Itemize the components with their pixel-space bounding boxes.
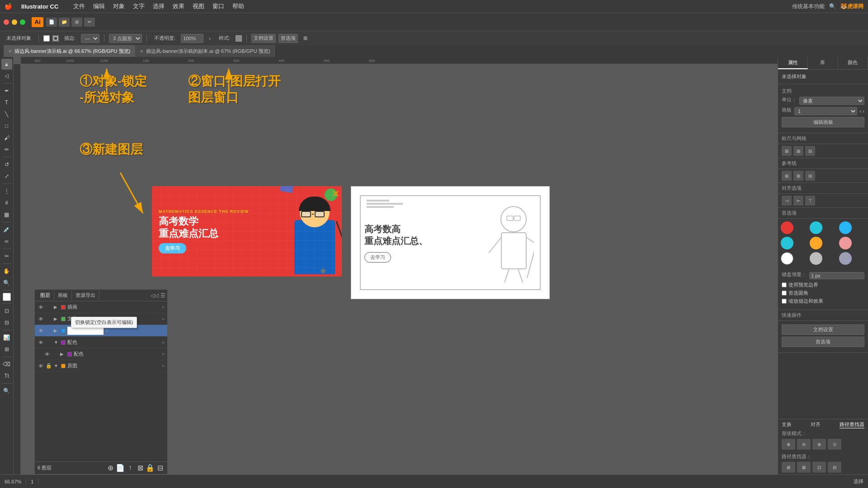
screen-mode[interactable]: ⊟ — [1, 317, 12, 328]
hand-tool[interactable]: ✋ — [1, 266, 12, 277]
color-gray[interactable] — [810, 252, 822, 265]
scale-tool[interactable]: ⤢ — [1, 171, 12, 182]
ref-icon-2[interactable]: ⊞ — [793, 171, 803, 181]
zoom-tool[interactable]: 🔍 — [1, 277, 12, 288]
ref-icon-1[interactable]: ⊞ — [782, 171, 792, 181]
preview-bounds-checkbox[interactable] — [782, 282, 787, 287]
layer-5-eye[interactable]: 👁 — [38, 363, 44, 369]
stroke-swatch[interactable] — [52, 35, 59, 42]
new-doc-icon[interactable]: 📄 — [46, 18, 57, 27]
close-button[interactable] — [4, 19, 9, 25]
pen-icon[interactable]: ✏ — [84, 18, 95, 27]
menu-effect[interactable]: 效果 — [169, 1, 188, 11]
keyboard-value-input[interactable] — [809, 272, 864, 279]
layer-5-lock[interactable]: 🔒 — [46, 363, 52, 369]
layer-0-arrow[interactable]: ▶ — [54, 305, 59, 310]
eraser-tool[interactable]: ⌫ — [1, 359, 12, 370]
rotate-tool[interactable]: ↺ — [1, 159, 12, 170]
color-red[interactable] — [781, 221, 793, 234]
layer-3-eye[interactable]: 👁 — [38, 340, 44, 345]
menu-select[interactable]: 选择 — [149, 1, 168, 11]
fill-swatch[interactable] — [43, 35, 50, 42]
round-corners-checkbox[interactable] — [782, 291, 787, 296]
tab-1-close[interactable]: ✕ — [140, 49, 143, 54]
quick-doc-settings-btn[interactable]: 文档设置 — [782, 324, 864, 335]
layer-add-btn[interactable]: ⊕ — [106, 464, 115, 472]
layer-delete-btn[interactable]: ⊟ — [156, 464, 165, 472]
ref-icon-3[interactable]: ⊟ — [805, 171, 815, 181]
layer-1-arrow[interactable]: ▶ — [54, 316, 59, 321]
paintbrush-tool[interactable]: 🖌 — [1, 132, 12, 143]
color-white[interactable] — [781, 252, 793, 265]
color-orange[interactable] — [810, 237, 822, 249]
pen-tool[interactable]: ✒ — [1, 85, 12, 96]
pathfinder-tab[interactable]: 路径查找器 — [840, 421, 864, 428]
minimize-button[interactable] — [12, 19, 17, 25]
select-tool[interactable]: ▲ — [1, 59, 12, 70]
scale-effects-checkbox[interactable] — [782, 299, 787, 304]
search-icon[interactable]: 🔍 — [829, 3, 836, 9]
divide-icon[interactable]: ⊞ — [782, 462, 795, 473]
maximize-button[interactable] — [20, 19, 25, 25]
banner-cta-button[interactable]: 去学习 — [159, 243, 186, 253]
color-lavender[interactable] — [839, 252, 852, 265]
layer-row-3[interactable]: 👁 ▼ 配色 ○ — [35, 337, 167, 348]
tab-0-close[interactable]: ✕ — [8, 49, 12, 54]
menu-edit[interactable]: 编辑 — [90, 1, 108, 11]
scissors-tool[interactable]: ✂ — [1, 251, 12, 262]
shape-tool[interactable]: □ — [1, 121, 12, 131]
layer-2-eye[interactable]: 👁 — [38, 328, 44, 333]
layer-3-arrow[interactable]: ▼ — [54, 340, 59, 345]
layer-merge-btn[interactable]: ⊠ — [136, 464, 145, 472]
more-icon[interactable]: ⊞ — [301, 34, 310, 42]
style-swatch[interactable] — [236, 35, 242, 42]
transform-tab[interactable]: 支换 — [782, 421, 792, 428]
layers-tab-artboards[interactable]: 画板 — [54, 291, 72, 300]
menu-window[interactable]: 窗口 — [209, 1, 228, 11]
panel-tab-library[interactable]: 库 — [808, 57, 838, 69]
merge-icon[interactable]: ⊡ — [812, 462, 826, 473]
trim-icon[interactable]: ⊠ — [797, 462, 811, 473]
eyedropper-tool[interactable]: 💉 — [1, 224, 12, 235]
browse-icon[interactable]: 📁 — [59, 18, 70, 27]
layout-icon[interactable]: ⊞ — [71, 18, 82, 27]
blend-tool[interactable]: ⋮ — [1, 186, 12, 197]
menu-object[interactable]: 对象 — [109, 1, 128, 11]
tab-0[interactable]: ✕ 插边风-banner演示稿.ai @ 66.67% (RGB/GPU 预览) — [4, 45, 135, 57]
touch-type-tool[interactable]: Tt — [1, 371, 12, 381]
layer-4-arrow[interactable]: ▶ — [60, 352, 66, 357]
layers-tab-layers[interactable]: 图层 — [37, 291, 54, 300]
app-name-menu[interactable]: Illustrator CC — [18, 2, 62, 11]
color-cyan[interactable] — [781, 237, 793, 249]
draw-mode[interactable]: ⊡ — [1, 305, 12, 316]
color-lightblue[interactable] — [839, 221, 852, 234]
panel-tab-properties[interactable]: 属性 — [778, 57, 808, 69]
opacity-input[interactable] — [181, 34, 203, 43]
layer-2-arrow[interactable]: ▶ — [54, 328, 59, 333]
layer-4-eye[interactable]: 👁 — [44, 352, 50, 357]
doc-settings-button[interactable]: 文档设置 — [251, 34, 276, 43]
gradient-tool[interactable]: ▦ — [1, 209, 12, 220]
layer-1-eye[interactable]: 👁 — [38, 316, 44, 322]
align-left-icon[interactable]: ⊣ — [782, 196, 792, 206]
layer-mask-btn[interactable]: 🔒 — [146, 464, 155, 472]
apple-menu[interactable]: 🍎 — [5, 3, 12, 10]
layer-move-up-btn[interactable]: ↑ — [126, 464, 135, 472]
tab-1[interactable]: ✕ 插边风-banner演示稿的副本.ai @ 67% (RGB/GPU 预览) — [135, 45, 275, 57]
unite-icon[interactable]: ⊕ — [782, 439, 795, 450]
menu-file[interactable]: 文件 — [70, 1, 89, 11]
layers-collapse-icon[interactable]: ◁◁ — [151, 292, 159, 299]
edit-artboard-btn[interactable]: 编辑画板 — [782, 117, 864, 127]
ruler-icon[interactable]: ⊞ — [782, 146, 792, 156]
stroke-weight-select[interactable]: — — [81, 34, 99, 43]
grid-icon[interactable]: ⊞ — [793, 146, 803, 156]
crop-icon[interactable]: ⊟ — [828, 462, 841, 473]
layers-tab-export[interactable]: 资源导出 — [72, 291, 99, 300]
layers-menu-icon[interactable]: ☰ — [160, 292, 165, 299]
mesh-tool[interactable]: # — [1, 197, 12, 208]
color-teal[interactable] — [810, 221, 822, 234]
align-tab[interactable]: 对齐 — [811, 421, 821, 428]
panel-tab-color[interactable]: 颜色 — [838, 57, 868, 69]
align-center-icon[interactable]: ⊢ — [793, 196, 803, 206]
blend2-tool[interactable]: ∞ — [1, 236, 12, 247]
